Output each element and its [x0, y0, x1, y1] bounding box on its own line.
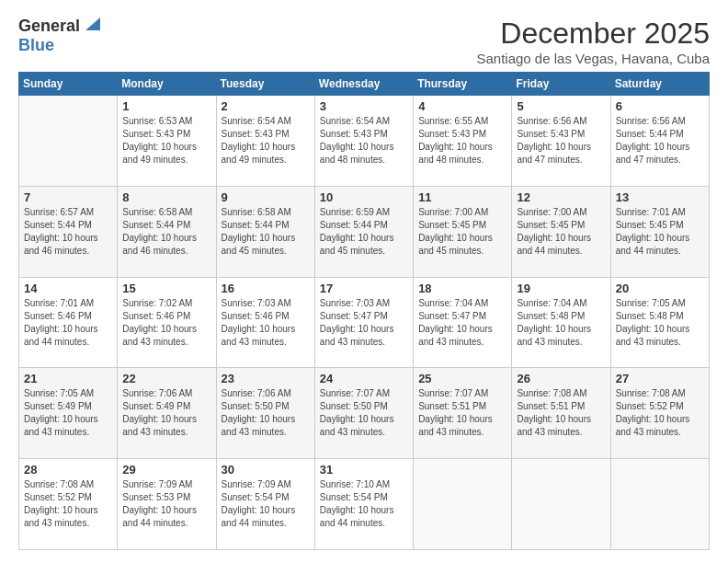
- svg-marker-0: [85, 17, 100, 30]
- day-number: 25: [418, 372, 506, 385]
- day-info: Sunrise: 7:03 AMSunset: 5:47 PMDaylight:…: [320, 297, 408, 349]
- day-info: Sunrise: 7:07 AMSunset: 5:51 PMDaylight:…: [418, 387, 506, 439]
- day-number: 15: [122, 282, 210, 295]
- title-section: December 2025 Santiago de las Vegas, Hav…: [476, 17, 710, 66]
- day-info: Sunrise: 7:05 AMSunset: 5:48 PMDaylight:…: [616, 297, 704, 349]
- day-number: 24: [320, 372, 408, 385]
- table-row: 1Sunrise: 6:53 AMSunset: 5:43 PMDaylight…: [118, 96, 216, 187]
- table-row: 21Sunrise: 7:05 AMSunset: 5:49 PMDayligh…: [19, 368, 118, 459]
- day-number: 31: [320, 463, 408, 477]
- table-row: 12Sunrise: 7:00 AMSunset: 5:45 PMDayligh…: [512, 186, 610, 277]
- day-number: 2: [222, 99, 310, 113]
- table-row: 13Sunrise: 7:01 AMSunset: 5:45 PMDayligh…: [610, 186, 709, 277]
- calendar-week-row: 14Sunrise: 7:01 AMSunset: 5:46 PMDayligh…: [19, 277, 710, 368]
- table-row: [19, 96, 118, 187]
- day-number: 27: [616, 372, 704, 385]
- day-info: Sunrise: 7:01 AMSunset: 5:46 PMDaylight:…: [24, 297, 112, 349]
- day-number: 4: [418, 99, 506, 113]
- table-row: 3Sunrise: 6:54 AMSunset: 5:43 PMDaylight…: [314, 96, 413, 187]
- day-info: Sunrise: 6:58 AMSunset: 5:44 PMDaylight:…: [122, 206, 210, 258]
- day-info: Sunrise: 7:08 AMSunset: 5:52 PMDaylight:…: [24, 478, 112, 530]
- table-row: [512, 459, 610, 550]
- day-info: Sunrise: 6:54 AMSunset: 5:43 PMDaylight:…: [320, 115, 408, 167]
- day-info: Sunrise: 7:08 AMSunset: 5:52 PMDaylight:…: [616, 387, 704, 439]
- day-number: 7: [24, 190, 112, 204]
- logo-general-text: General: [18, 17, 80, 36]
- day-number: 30: [222, 463, 310, 477]
- day-info: Sunrise: 6:53 AMSunset: 5:43 PMDaylight:…: [122, 115, 210, 167]
- day-number: 8: [122, 190, 210, 204]
- day-info: Sunrise: 7:06 AMSunset: 5:49 PMDaylight:…: [122, 387, 210, 439]
- day-info: Sunrise: 7:09 AMSunset: 5:54 PMDaylight:…: [222, 478, 310, 530]
- table-row: 16Sunrise: 7:03 AMSunset: 5:46 PMDayligh…: [216, 277, 314, 368]
- table-row: 11Sunrise: 7:00 AMSunset: 5:45 PMDayligh…: [414, 186, 512, 277]
- calendar-week-row: 1Sunrise: 6:53 AMSunset: 5:43 PMDaylight…: [19, 96, 710, 187]
- day-info: Sunrise: 7:05 AMSunset: 5:49 PMDaylight:…: [24, 387, 112, 439]
- day-number: 14: [24, 282, 112, 295]
- day-number: 29: [122, 463, 210, 477]
- day-info: Sunrise: 7:09 AMSunset: 5:53 PMDaylight:…: [122, 478, 210, 530]
- table-row: [610, 459, 709, 550]
- table-row: 5Sunrise: 6:56 AMSunset: 5:43 PMDaylight…: [512, 96, 610, 187]
- day-number: 11: [418, 190, 506, 204]
- table-row: 26Sunrise: 7:08 AMSunset: 5:51 PMDayligh…: [512, 368, 610, 459]
- calendar-week-row: 21Sunrise: 7:05 AMSunset: 5:49 PMDayligh…: [19, 368, 710, 459]
- table-row: 15Sunrise: 7:02 AMSunset: 5:46 PMDayligh…: [118, 277, 216, 368]
- table-row: 4Sunrise: 6:55 AMSunset: 5:43 PMDaylight…: [414, 96, 512, 187]
- day-number: 20: [616, 282, 704, 295]
- day-info: Sunrise: 7:08 AMSunset: 5:51 PMDaylight:…: [517, 387, 605, 439]
- day-info: Sunrise: 6:55 AMSunset: 5:43 PMDaylight:…: [418, 115, 506, 167]
- day-info: Sunrise: 7:10 AMSunset: 5:54 PMDaylight:…: [320, 478, 408, 530]
- table-row: 18Sunrise: 7:04 AMSunset: 5:47 PMDayligh…: [414, 277, 512, 368]
- day-number: 18: [418, 282, 506, 295]
- calendar-table: Sunday Monday Tuesday Wednesday Thursday…: [18, 72, 710, 550]
- day-info: Sunrise: 6:56 AMSunset: 5:43 PMDaylight:…: [517, 115, 605, 167]
- day-info: Sunrise: 7:02 AMSunset: 5:46 PMDaylight:…: [122, 297, 210, 349]
- table-row: 30Sunrise: 7:09 AMSunset: 5:54 PMDayligh…: [216, 459, 314, 550]
- page: General Blue December 2025 Santiago de l…: [0, 0, 728, 563]
- day-info: Sunrise: 7:03 AMSunset: 5:46 PMDaylight:…: [222, 297, 310, 349]
- table-row: 29Sunrise: 7:09 AMSunset: 5:53 PMDayligh…: [118, 459, 216, 550]
- day-info: Sunrise: 7:06 AMSunset: 5:50 PMDaylight:…: [222, 387, 310, 439]
- table-row: 7Sunrise: 6:57 AMSunset: 5:44 PMDaylight…: [19, 186, 118, 277]
- logo-blue-text: Blue: [18, 36, 54, 55]
- logo-top: General: [18, 17, 102, 36]
- day-info: Sunrise: 7:04 AMSunset: 5:48 PMDaylight:…: [517, 297, 605, 349]
- day-number: 28: [24, 463, 112, 477]
- day-info: Sunrise: 7:00 AMSunset: 5:45 PMDaylight:…: [517, 206, 605, 258]
- table-row: 31Sunrise: 7:10 AMSunset: 5:54 PMDayligh…: [314, 459, 413, 550]
- location: Santiago de las Vegas, Havana, Cuba: [476, 51, 710, 66]
- table-row: 14Sunrise: 7:01 AMSunset: 5:46 PMDayligh…: [19, 277, 118, 368]
- day-number: 6: [616, 99, 704, 113]
- table-row: 8Sunrise: 6:58 AMSunset: 5:44 PMDaylight…: [118, 186, 216, 277]
- header-wednesday: Wednesday: [314, 73, 413, 96]
- table-row: 27Sunrise: 7:08 AMSunset: 5:52 PMDayligh…: [610, 368, 709, 459]
- day-number: 5: [517, 99, 605, 113]
- month-title: December 2025: [476, 17, 710, 51]
- header-tuesday: Tuesday: [216, 73, 314, 96]
- day-number: 21: [24, 372, 112, 385]
- day-info: Sunrise: 6:56 AMSunset: 5:44 PMDaylight:…: [616, 115, 704, 167]
- table-row: [414, 459, 512, 550]
- day-number: 19: [517, 282, 605, 295]
- table-row: 28Sunrise: 7:08 AMSunset: 5:52 PMDayligh…: [19, 459, 118, 550]
- table-row: 23Sunrise: 7:06 AMSunset: 5:50 PMDayligh…: [216, 368, 314, 459]
- day-number: 17: [320, 282, 408, 295]
- day-number: 9: [222, 190, 310, 204]
- day-info: Sunrise: 6:58 AMSunset: 5:44 PMDaylight:…: [222, 206, 310, 258]
- day-info: Sunrise: 6:59 AMSunset: 5:44 PMDaylight:…: [320, 206, 408, 258]
- header-saturday: Saturday: [610, 73, 709, 96]
- day-number: 12: [517, 190, 605, 204]
- table-row: 22Sunrise: 7:06 AMSunset: 5:49 PMDayligh…: [118, 368, 216, 459]
- day-number: 22: [122, 372, 210, 385]
- table-row: 10Sunrise: 6:59 AMSunset: 5:44 PMDayligh…: [314, 186, 413, 277]
- day-info: Sunrise: 7:04 AMSunset: 5:47 PMDaylight:…: [418, 297, 506, 349]
- header: General Blue December 2025 Santiago de l…: [18, 17, 710, 66]
- day-number: 26: [517, 372, 605, 385]
- table-row: 9Sunrise: 6:58 AMSunset: 5:44 PMDaylight…: [216, 186, 314, 277]
- day-number: 3: [320, 99, 408, 113]
- calendar-week-row: 7Sunrise: 6:57 AMSunset: 5:44 PMDaylight…: [19, 186, 710, 277]
- day-info: Sunrise: 6:57 AMSunset: 5:44 PMDaylight:…: [24, 206, 112, 258]
- logo: General Blue: [18, 17, 102, 55]
- table-row: 2Sunrise: 6:54 AMSunset: 5:43 PMDaylight…: [216, 96, 314, 187]
